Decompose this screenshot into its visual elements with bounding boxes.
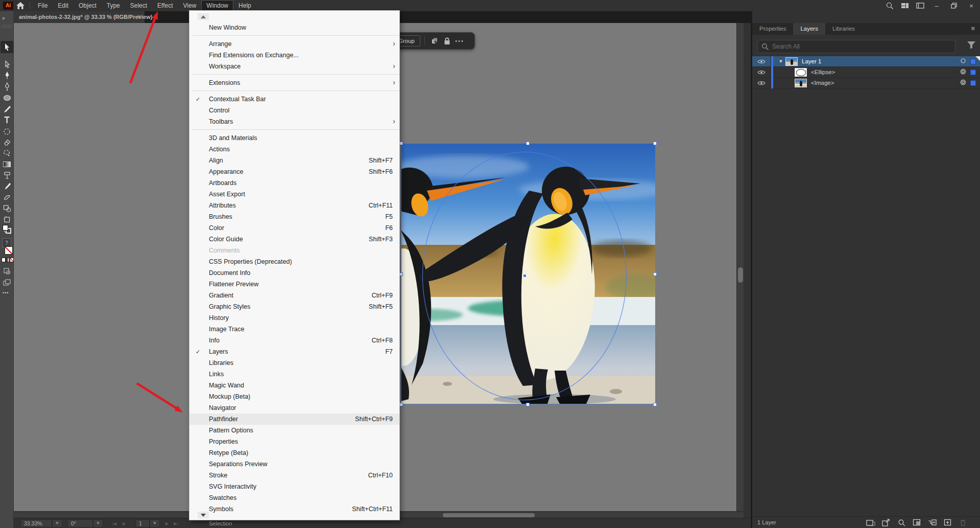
layer-row[interactable]: ▼Layer 1 [752,56,980,67]
window-menu-item-libraries[interactable]: Libraries [189,357,399,369]
lasso-tool-icon[interactable] [1,147,13,159]
menu-window[interactable]: Window [201,0,233,11]
window-menu-item-magic-wand[interactable]: Magic Wand [189,380,399,391]
duplicate-icon[interactable] [429,35,441,47]
export-icon[interactable] [881,518,891,527]
window-menu-item-separations-preview[interactable]: Separations Preview [189,458,399,470]
filter-icon[interactable] [967,41,976,51]
selection-handle[interactable] [399,142,403,145]
document-tab[interactable]: animal-photos-2-32.jpg* @ 33.33 % (RGB/P… [14,11,145,23]
window-menu-item-history[interactable]: History [189,312,399,324]
first-artboard-icon[interactable]: |◀ [112,521,116,526]
visibility-eye-icon[interactable] [752,78,771,88]
window-menu-item-pathfinder[interactable]: Shift+Ctrl+F9Pathfinder [189,414,399,425]
artboard-dropdown-icon[interactable]: ▼ [150,519,160,527]
window-menu-item-flattener-preview[interactable]: Flattener Preview [189,279,399,290]
last-artboard-icon[interactable]: ▶| [174,521,178,526]
window-menu-item-css-properties-deprecated[interactable]: CSS Properties (Deprecated) [189,256,399,267]
layer-row[interactable]: <Image> [752,78,980,88]
layer-thumbnail[interactable] [795,68,807,77]
window-menu-item-workspace[interactable]: Workspace› [189,61,399,72]
window-menu-item-asset-export[interactable]: Asset Export [189,189,399,200]
window-menu-item-color[interactable]: F6Color [189,222,399,234]
window-menu-item-mockup-beta[interactable]: Mockup (Beta) [189,391,399,402]
illustrator-logo[interactable]: Ai [3,2,13,10]
window-menu-item-color-guide[interactable]: Shift+F3Color Guide [189,234,399,245]
layer-name[interactable]: Layer 1 [802,58,821,64]
tab-layers[interactable]: Layers [793,23,825,35]
new-layer-icon[interactable] [942,518,952,527]
scale-tool-icon[interactable] [1,169,13,181]
menu-view[interactable]: View [178,0,202,11]
target-circle-icon[interactable] [959,79,967,86]
gradient-swatch-icon[interactable] [6,258,10,262]
horizontal-scrollbar-thumb[interactable] [443,513,535,517]
window-menu-item-navigator[interactable]: Navigator [189,402,399,414]
shape-builder-tool-icon[interactable] [1,202,13,214]
window-menu-item-pattern-options[interactable]: Pattern Options [189,425,399,436]
artboard-number-field[interactable]: 1 [135,519,150,527]
window-menu-item-appearance[interactable]: Shift+F6Appearance [189,166,399,177]
window-menu-item-new-window[interactable]: New Window [189,22,399,33]
menu-type[interactable]: Type [102,0,125,11]
layer-name[interactable]: <Image> [811,80,834,86]
previous-artboard-icon[interactable]: ◀ [122,521,125,526]
color-swatch-icon[interactable] [2,258,6,262]
menu-file[interactable]: File [33,0,53,11]
panel-menu-icon[interactable]: ≡ [971,25,975,32]
window-menu-item-find-extensions-on-exchange[interactable]: Find Extensions on Exchange... [189,50,399,61]
expand-chevron-icon[interactable]: ▼ [776,59,785,64]
window-menu-item-stroke[interactable]: Ctrl+F10Stroke [189,470,399,481]
window-menu-item-retype-beta[interactable]: Retype (Beta) [189,447,399,458]
next-artboard-icon[interactable]: ▶ [165,521,169,526]
window-menu-item-layers[interactable]: ✓F7Layers [189,346,399,357]
artboard-tool-icon[interactable] [1,213,13,225]
menu-edit[interactable]: Edit [53,0,74,11]
window-menu-item-actions[interactable]: Actions [189,144,399,155]
window-menu-item-attributes[interactable]: Ctrl+F11Attributes [189,200,399,211]
layer-name[interactable]: <Ellipse> [811,69,835,75]
window-menu-item-artboards[interactable]: Artboards [189,177,399,189]
window-menu-item-contextual-task-bar[interactable]: ✓Contextual Task Bar [189,94,399,105]
vertical-scrollbar-thumb[interactable] [738,267,743,283]
target-circle-icon[interactable] [959,58,967,65]
window-menu-item-arrange[interactable]: Arrange› [189,38,399,50]
window-menu-item-links[interactable]: Links [189,369,399,380]
window-menu-item-graphic-styles[interactable]: Shift+F5Graphic Styles [189,301,399,312]
tab-libraries[interactable]: Libraries [825,23,862,35]
close-icon[interactable]: × [963,0,980,11]
window-menu-item-document-info[interactable]: Document Info [189,267,399,279]
layer-thumbnail[interactable] [785,57,798,66]
window-menu-item-align[interactable]: Shift+F7Align [189,155,399,166]
window-menu-item-toolbars[interactable]: Toolbars› [189,116,399,127]
home-icon[interactable] [16,2,25,10]
menu-scroll-up-icon[interactable] [198,13,209,20]
window-menu-item-svg-interactivity[interactable]: SVG Interactivity [189,481,399,492]
expand-toolbar-icon[interactable]: » [2,15,5,21]
selection-handle[interactable] [399,403,403,406]
selection-tool-icon[interactable] [1,41,13,53]
pen-tool-icon[interactable] [1,69,13,81]
window-menu-item-extensions[interactable]: Extensions› [189,77,399,88]
window-menu-item-info[interactable]: Ctrl+F8Info [189,335,399,346]
none-color-icon[interactable] [10,258,14,262]
selection-handle[interactable] [399,272,403,276]
none-swatch-icon[interactable] [5,246,13,255]
selection-handle[interactable] [526,142,530,145]
menu-help[interactable]: Help [233,0,256,11]
collect-for-export-icon[interactable] [866,518,876,527]
window-menu-item-gradient[interactable]: Ctrl+F9Gradient [189,290,399,301]
restore-icon[interactable] [945,0,963,11]
target-circle-icon[interactable] [959,68,967,76]
menu-effect[interactable]: Effect [152,0,178,11]
screen-mode-icon[interactable] [1,276,13,288]
selection-handle[interactable] [653,403,657,406]
rotation-field[interactable]: 0° [67,519,93,527]
minimize-icon[interactable]: – [928,0,945,11]
fill-swatch[interactable] [3,225,8,231]
window-menu-item-swatches[interactable]: Swatches [189,492,399,503]
menu-object[interactable]: Object [74,0,102,11]
new-sublayer-icon[interactable] [927,518,937,527]
selection-color-square[interactable] [970,80,976,86]
selection-handle[interactable] [526,403,530,406]
